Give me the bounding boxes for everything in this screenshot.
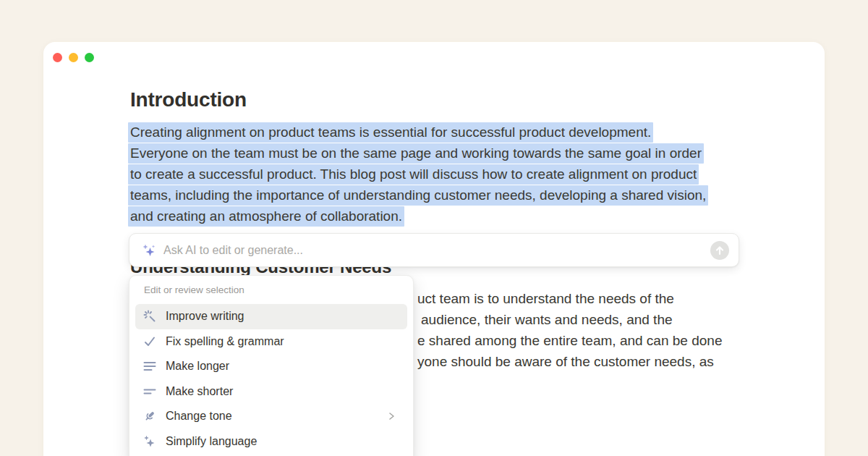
menu-item-simplify-language[interactable]: Simplify language bbox=[135, 429, 407, 455]
selected-text-line[interactable]: teams, including the importance of under… bbox=[128, 185, 708, 206]
make-shorter-lines-icon bbox=[142, 384, 157, 399]
selected-text-line[interactable]: Creating alignment on product teams is e… bbox=[128, 122, 653, 143]
improve-writing-icon bbox=[142, 309, 157, 324]
ai-sparkle-icon bbox=[142, 243, 156, 258]
menu-item-label: Make shorter bbox=[166, 385, 233, 398]
ai-edit-menu: Edit or review selection Improve writing… bbox=[129, 275, 414, 456]
submit-ai-prompt-button[interactable] bbox=[710, 241, 729, 260]
menu-item-label: Change tone bbox=[166, 410, 232, 423]
paragraph-fragment[interactable]: e shared among the entire team, and can … bbox=[417, 333, 722, 348]
window-controls bbox=[53, 53, 94, 62]
check-icon bbox=[142, 334, 157, 349]
menu-item-label: Simplify language bbox=[166, 435, 257, 448]
menu-item-label: Make longer bbox=[166, 360, 229, 373]
chevron-right-icon bbox=[387, 412, 396, 421]
menu-item-change-tone[interactable]: Change tone bbox=[135, 404, 407, 429]
arrow-up-icon bbox=[715, 245, 725, 256]
paragraph-fragment[interactable]: audience, their wants and needs, and the bbox=[421, 312, 673, 327]
ask-ai-input-bar[interactable] bbox=[129, 233, 739, 267]
make-longer-lines-icon bbox=[142, 359, 157, 373]
selected-text-line[interactable]: to create a successful product. This blo… bbox=[128, 164, 699, 185]
document-heading-introduction[interactable]: Introduction bbox=[130, 88, 247, 111]
menu-item-improve-writing[interactable]: Improve writing bbox=[135, 304, 407, 329]
ask-ai-text-input[interactable] bbox=[163, 244, 703, 257]
paragraph-fragment[interactable]: uct team is to understand the needs of t… bbox=[417, 291, 674, 306]
selected-paragraph[interactable]: Creating alignment on product teams is e… bbox=[128, 122, 708, 227]
close-window-button[interactable] bbox=[53, 53, 62, 62]
selected-text-line[interactable]: Everyone on the team must be on the same… bbox=[128, 143, 704, 164]
zoom-window-button[interactable] bbox=[85, 53, 94, 62]
paragraph-fragment[interactable]: yone should be aware of the customer nee… bbox=[417, 354, 714, 369]
sparkle-icon bbox=[142, 434, 157, 449]
microphone-icon bbox=[142, 409, 157, 423]
menu-item-label: Fix spelling & grammar bbox=[166, 335, 284, 348]
minimize-window-button[interactable] bbox=[69, 53, 78, 62]
menu-item-label: Improve writing bbox=[166, 310, 244, 323]
menu-section-label: Edit or review selection bbox=[144, 285, 399, 295]
selected-text-line[interactable]: and creating an atmosphere of collaborat… bbox=[128, 206, 404, 227]
menu-item-make-longer[interactable]: Make longer bbox=[135, 354, 407, 379]
menu-item-fix-spelling-grammar[interactable]: Fix spelling & grammar bbox=[135, 329, 407, 355]
menu-item-make-shorter[interactable]: Make shorter bbox=[135, 379, 407, 405]
